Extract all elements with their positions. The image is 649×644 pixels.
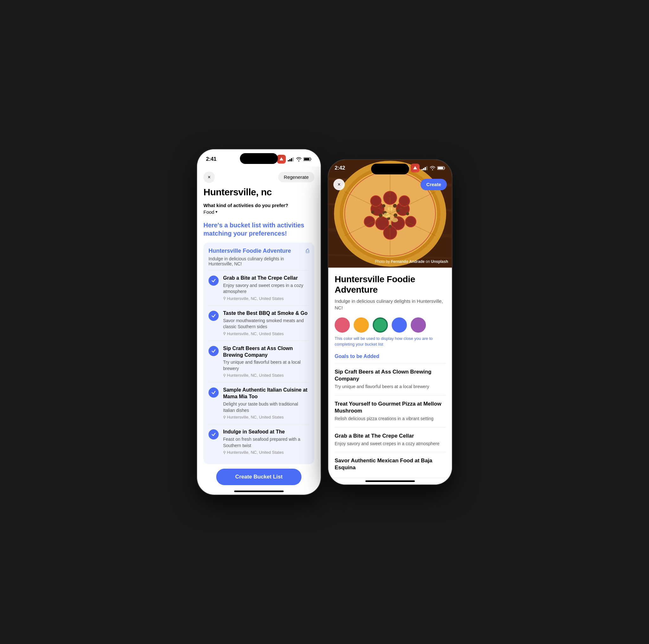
svg-point-38 (399, 196, 409, 206)
create-bucket-list-button[interactable]: Create Bucket List (216, 469, 301, 485)
activity-title-1: Taste the Best BBQ at Smoke & Go (223, 310, 309, 317)
close-button-right[interactable]: × (333, 179, 345, 190)
hero-image: Photo by Fernando Andrade on Unsplash (328, 160, 452, 268)
photo-platform: Unsplash (431, 259, 448, 264)
svg-point-47 (382, 204, 385, 207)
activity-location-4: ⚲ Huntersville, NC, United States (223, 450, 309, 455)
photo-credit: Photo by Fernando Andrade on Unsplash (375, 259, 448, 264)
activity-title-0: Grab a Bite at The Crepe Cellar (223, 275, 309, 282)
goal-title-1: Treat Yourself to Gourmet Pizza at Mello… (335, 400, 445, 414)
activity-desc-2: Try unique and flavorful beers at a loca… (223, 359, 309, 372)
create-button-right[interactable]: Create (421, 179, 447, 190)
swatch-orange[interactable] (354, 317, 369, 333)
svg-rect-0 (288, 160, 289, 161)
activity-location-1: ⚲ Huntersville, NC, United States (223, 331, 309, 336)
check-circle-0 (209, 276, 219, 286)
swatch-purple[interactable] (411, 317, 426, 333)
activity-title-3: Sample Authentic Italian Cuisine at Mama… (223, 387, 309, 400)
left-phone: 2:41 (197, 149, 321, 495)
bucket-card-title: Huntersville Foodie Adventure (209, 248, 303, 254)
home-indicator-left (234, 490, 284, 492)
activity-item-3[interactable]: Sample Authentic Italian Cuisine at Mama… (209, 382, 309, 424)
svg-point-45 (379, 213, 383, 217)
activity-item-4[interactable]: Indulge in Seafood at The Feast on fresh… (209, 424, 309, 459)
activity-desc-4: Feast on fresh seafood prepared with a S… (223, 436, 309, 449)
dropdown-arrow-icon: ▾ (215, 210, 217, 214)
goal-desc-1: Relish delicious pizza creations in a vi… (335, 416, 445, 422)
bucket-card: Huntersville Foodie Adventure ⎙ Indulge … (204, 243, 314, 465)
check-circle-3 (209, 388, 219, 398)
signal-icon-left (288, 157, 294, 161)
check-circle-1 (209, 311, 219, 321)
activity-desc-3: Delight your taste buds with traditional… (223, 401, 309, 413)
svg-rect-3 (293, 157, 294, 161)
svg-point-53 (392, 218, 398, 222)
location-pin-icon-4: ⚲ (223, 450, 226, 455)
wifi-icon-left (296, 157, 302, 161)
bucket-list-prompt: Here's a bucket list with activities mat… (204, 221, 314, 238)
dynamic-island (240, 153, 278, 164)
app-icon-left (277, 155, 286, 164)
wifi-icon-right (430, 166, 435, 170)
activity-question-label: What kind of activities do you prefer? (204, 203, 314, 208)
svg-rect-63 (445, 167, 445, 169)
regenerate-button[interactable]: Regenerate (278, 172, 314, 182)
svg-point-48 (393, 204, 397, 208)
svg-rect-64 (438, 167, 443, 169)
svg-point-50 (371, 210, 374, 214)
activity-desc-0: Enjoy savory and sweet crepes in a cozy … (223, 283, 309, 295)
goal-desc-2: Enjoy savory and sweet crepes in a cozy … (335, 441, 445, 447)
activity-title-4: Indulge in Seafood at The (223, 429, 309, 435)
goal-item-1[interactable]: Treat Yourself to Gourmet Pizza at Mello… (335, 395, 445, 427)
svg-point-51 (406, 212, 409, 215)
activity-info-2: Sip Craft Beers at Ass Clown Brewing Com… (223, 345, 309, 378)
photo-author: Fernando Andrade (391, 259, 425, 264)
pizza-illustration (328, 160, 452, 268)
check-circle-4 (209, 429, 219, 440)
activity-item-1[interactable]: Taste the Best BBQ at Smoke & Go Savor m… (209, 305, 309, 340)
battery-icon-left (304, 157, 312, 161)
activity-info-0: Grab a Bite at The Crepe Cellar Enjoy sa… (223, 275, 309, 301)
activity-location-3: ⚲ Huntersville, NC, United States (223, 415, 309, 419)
detail-title: Huntersville Foodie Adventure (335, 274, 445, 295)
goal-item-2[interactable]: Grab a Bite at The Crepe Cellar Enjoy sa… (335, 427, 445, 452)
svg-rect-61 (426, 166, 428, 170)
goal-title-0: Sip Craft Beers at Ass Clown Brewing Com… (335, 368, 445, 383)
svg-rect-2 (291, 158, 292, 161)
activity-item-0[interactable]: Grab a Bite at The Crepe Cellar Enjoy sa… (209, 270, 309, 305)
signal-icon-right (422, 166, 428, 170)
close-button-left[interactable]: × (204, 171, 215, 183)
goal-title-2: Grab a Bite at The Crepe Cellar (335, 433, 445, 440)
svg-rect-1 (289, 159, 291, 161)
swatch-green[interactable] (373, 317, 388, 333)
swatch-blue[interactable] (392, 317, 407, 333)
svg-rect-58 (422, 169, 423, 170)
color-hint: This color will be used to display how c… (335, 336, 445, 347)
detail-content: Huntersville Foodie Adventure Indulge in… (328, 268, 452, 484)
location-pin-icon-3: ⚲ (223, 415, 226, 419)
right-screen: Photo by Fernando Andrade on Unsplash 2:… (328, 160, 452, 484)
swatch-pink[interactable] (335, 317, 350, 333)
goal-item-0[interactable]: Sip Craft Beers at Ass Clown Brewing Com… (335, 363, 445, 395)
share-icon[interactable]: ⎙ (306, 248, 309, 254)
modal-content-left: Huntersville, nc What kind of activities… (197, 187, 321, 495)
status-icons-right (405, 164, 445, 172)
app-icon-right (411, 164, 420, 172)
color-swatches (335, 317, 445, 333)
activity-info-1: Taste the Best BBQ at Smoke & Go Savor m… (223, 310, 309, 336)
detail-description: Indulge in delicious culinary delights i… (335, 298, 445, 311)
goal-item-3[interactable]: Savor Authentic Mexican Food at Baja Esq… (335, 452, 445, 478)
bucket-card-desc: Indulge in delicious culinary delights i… (209, 256, 309, 266)
location-title: Huntersville, nc (204, 187, 314, 198)
home-indicator-right (365, 480, 415, 482)
activity-item-2[interactable]: Sip Craft Beers at Ass Clown Brewing Com… (209, 340, 309, 383)
activity-info-4: Indulge in Seafood at The Feast on fresh… (223, 429, 309, 455)
status-time-left: 2:41 (206, 156, 216, 162)
activity-dropdown-value: Food (204, 209, 214, 215)
svg-point-43 (394, 213, 397, 217)
goal-desc-0: Try unique and flavorful beers at a loca… (335, 384, 445, 390)
location-pin-icon-0: ⚲ (223, 296, 226, 300)
activity-dropdown-row[interactable]: Food ▾ (204, 209, 314, 215)
svg-rect-5 (311, 158, 312, 160)
left-screen: 2:41 (197, 149, 321, 495)
